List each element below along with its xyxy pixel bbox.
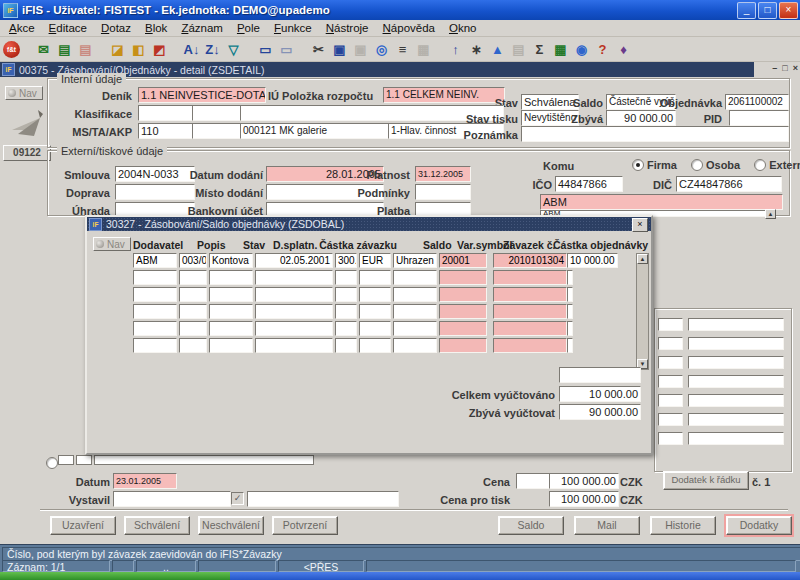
mdi-restore-icon[interactable]: □ xyxy=(782,63,787,73)
mdi-minimize-icon[interactable]: – xyxy=(772,63,777,73)
table-cell[interactable] xyxy=(439,270,487,285)
table-cell[interactable] xyxy=(359,321,391,336)
ta-field[interactable] xyxy=(192,123,242,139)
right-panel-cell[interactable] xyxy=(658,413,683,426)
menu-nastroje[interactable]: Nástroje xyxy=(319,21,376,35)
print-preview-icon[interactable]: ▭ xyxy=(276,39,297,59)
saldo-button[interactable]: Saldo xyxy=(498,516,564,535)
table-cell[interactable] xyxy=(567,338,573,353)
dialog-close-button[interactable]: × xyxy=(632,218,648,232)
help-icon[interactable]: ? xyxy=(592,39,613,59)
table-cell[interactable] xyxy=(567,304,573,319)
table-cell[interactable] xyxy=(209,304,253,319)
table-cell[interactable] xyxy=(359,287,391,302)
akp-field[interactable]: 000121 MK galerie xyxy=(240,123,390,139)
table-cell[interactable] xyxy=(179,287,207,302)
grid-icon[interactable]: ▦ xyxy=(413,39,434,59)
right-panel-cell[interactable] xyxy=(658,432,683,445)
datum-field[interactable]: 23.01.2005 xyxy=(113,473,177,489)
platnost-field[interactable]: 31.12.2005 xyxy=(415,166,471,182)
taskbar-strip[interactable] xyxy=(230,572,800,580)
search-icon[interactable]: ◎ xyxy=(371,39,392,59)
close-button[interactable]: × xyxy=(779,2,798,19)
table-cell[interactable] xyxy=(255,287,333,302)
table-cell[interactable] xyxy=(567,287,573,302)
pid-field[interactable] xyxy=(729,110,789,126)
right-panel-cell[interactable] xyxy=(688,413,784,426)
table-cell[interactable] xyxy=(133,321,177,336)
right-panel-row[interactable] xyxy=(658,432,784,445)
table-cell[interactable] xyxy=(179,304,207,319)
cena-kod-field[interactable] xyxy=(516,473,550,489)
print-icon[interactable]: ▭ xyxy=(255,39,276,59)
right-panel-cell[interactable] xyxy=(688,318,784,331)
table-cell[interactable] xyxy=(359,338,391,353)
ifis-logo-button[interactable]: f&t xyxy=(3,41,20,58)
maximize-button[interactable]: □ xyxy=(758,2,777,19)
table-cell[interactable] xyxy=(493,338,567,353)
table-row[interactable]: ABM003/01/Z reKontova02.05.2001300.00EUR… xyxy=(133,253,620,268)
right-panel-row[interactable] xyxy=(658,356,784,369)
menu-zaznam[interactable]: Záznam xyxy=(174,21,230,35)
menu-funkce[interactable]: Funkce xyxy=(267,21,319,35)
mail-send-icon[interactable]: ✉ xyxy=(33,39,54,59)
table-cell[interactable] xyxy=(255,270,333,285)
record-delete-icon[interactable]: ▤ xyxy=(75,39,96,59)
table-cell[interactable] xyxy=(179,321,207,336)
table-cell[interactable] xyxy=(133,287,177,302)
table-cell[interactable] xyxy=(393,270,437,285)
menu-akce[interactable]: Akce xyxy=(2,21,42,35)
table-cell[interactable] xyxy=(255,338,333,353)
table-cell[interactable] xyxy=(359,270,391,285)
table-cell[interactable]: 02.05.2001 xyxy=(255,253,333,268)
table-cell[interactable]: Kontova xyxy=(209,253,253,268)
table-row[interactable] xyxy=(133,338,620,353)
table-row[interactable] xyxy=(133,287,620,302)
table-cell[interactable] xyxy=(209,338,253,353)
right-panel-cell[interactable] xyxy=(688,337,784,350)
table-cell[interactable]: 003/01/Z re xyxy=(179,253,207,268)
klasifikace-field-1[interactable] xyxy=(138,105,194,121)
table-cell[interactable]: 20001 xyxy=(439,253,487,268)
stamp-icon[interactable]: ♦ xyxy=(613,39,634,59)
table-cell[interactable] xyxy=(335,270,357,285)
dodatek-k-radku-button[interactable]: Dodatek k řádku xyxy=(663,471,749,490)
table-scrollbar[interactable]: ▲ ▼ xyxy=(636,253,649,370)
menu-napoveda[interactable]: Nápověda xyxy=(376,21,442,35)
historie-button[interactable]: Historie xyxy=(650,516,716,535)
clipped-field[interactable] xyxy=(94,455,314,465)
table-cell[interactable] xyxy=(393,321,437,336)
table-cell[interactable] xyxy=(335,321,357,336)
ico-field[interactable]: 44847866 xyxy=(555,176,623,192)
uzavreni-button[interactable]: Uzavření xyxy=(50,516,116,535)
table-cell[interactable]: Uhrazen xyxy=(393,253,437,268)
right-panel-cell[interactable] xyxy=(688,356,784,369)
table-cell[interactable] xyxy=(493,321,567,336)
table-cell[interactable] xyxy=(393,287,437,302)
dialog-nav-button[interactable]: Nav xyxy=(93,237,131,251)
table-cell[interactable] xyxy=(133,304,177,319)
table-cell[interactable] xyxy=(439,321,487,336)
right-panel-cell[interactable] xyxy=(658,337,683,350)
table-cell[interactable] xyxy=(567,321,573,336)
table-cell[interactable]: ABM xyxy=(133,253,177,268)
firma-field[interactable]: ABM xyxy=(540,194,783,210)
right-panel-cell[interactable] xyxy=(688,432,784,445)
cena-field[interactable]: 100 000.00 xyxy=(549,473,619,489)
table-cell[interactable] xyxy=(335,304,357,319)
block-clear-icon[interactable]: ◩ xyxy=(149,39,170,59)
upload-icon[interactable]: ↑ xyxy=(445,39,466,59)
right-panel-row[interactable] xyxy=(658,375,784,388)
poznamka-field[interactable] xyxy=(521,126,789,142)
sum-icon[interactable]: Σ xyxy=(529,39,550,59)
scroll-up-icon[interactable]: ▲ xyxy=(637,254,648,264)
block-save-icon[interactable]: ◪ xyxy=(107,39,128,59)
table-cell[interactable] xyxy=(209,287,253,302)
table-cell[interactable] xyxy=(393,304,437,319)
table-cell[interactable] xyxy=(493,270,567,285)
table-cell[interactable] xyxy=(179,270,207,285)
right-panel-cell[interactable] xyxy=(688,375,784,388)
radio-externi[interactable]: Externí xyxy=(754,159,800,171)
table-cell[interactable] xyxy=(255,321,333,336)
copy-icon[interactable]: ▣ xyxy=(350,39,371,59)
